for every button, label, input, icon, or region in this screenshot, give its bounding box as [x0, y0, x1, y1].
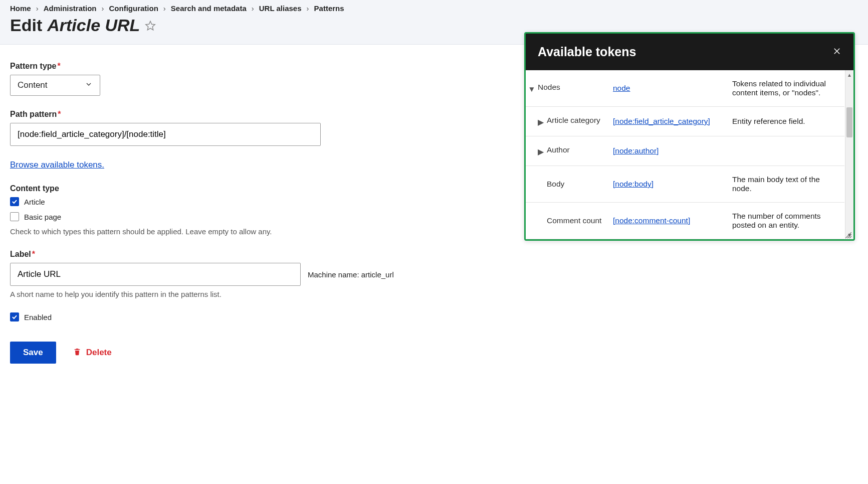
content-type-option-label: Basic page: [24, 213, 61, 221]
scrollbar[interactable]: ▲ ▼: [845, 70, 853, 239]
enabled-item: Enabled: [10, 312, 858, 321]
token-name: Article category: [547, 116, 600, 125]
scroll-up-icon[interactable]: ▲: [845, 70, 853, 79]
breadcrumb-link[interactable]: Home: [10, 4, 31, 13]
content-type-checkbox[interactable]: [10, 212, 19, 221]
machine-name-prefix: Machine name:: [308, 270, 359, 279]
pattern-type-select[interactable]: Content: [10, 75, 100, 96]
token-link[interactable]: [node:body]: [613, 180, 654, 188]
path-pattern-label-text: Path pattern: [10, 110, 57, 118]
dialog-title: Available tokens: [538, 45, 636, 59]
token-row: ▶Author[node:author]: [526, 136, 844, 166]
delete-button-label: Delete: [86, 348, 112, 358]
enabled-label: Enabled: [24, 313, 52, 321]
scrollbar-thumb[interactable]: [846, 107, 852, 137]
token-value-cell: [node:field_article_category]: [613, 117, 728, 126]
close-icon[interactable]: [832, 47, 841, 57]
required-marker: *: [58, 110, 61, 118]
dialog-header: Available tokens: [526, 34, 853, 70]
star-outline-icon[interactable]: [145, 20, 156, 31]
chevron-right-icon: ›: [252, 4, 254, 13]
token-name: Body: [547, 180, 564, 189]
token-value-cell: [node:body]: [613, 180, 728, 189]
chevron-right-icon: ›: [102, 4, 104, 13]
trash-icon: [73, 347, 81, 359]
page-title-prefix: Edit: [10, 16, 42, 35]
token-value-cell: node: [613, 84, 728, 93]
breadcrumb-link[interactable]: Patterns: [314, 4, 344, 13]
triangle-right-icon[interactable]: ▶: [538, 147, 544, 156]
page-title-name: Article URL: [47, 16, 140, 35]
token-link[interactable]: [node:author]: [613, 146, 659, 155]
token-row: ▶Article category[node:field_article_cat…: [526, 107, 844, 136]
chevron-right-icon: ›: [163, 4, 166, 13]
breadcrumb-link[interactable]: Configuration: [109, 4, 158, 13]
token-desc: Tokens related to individual content ite…: [732, 79, 839, 97]
breadcrumb-link[interactable]: Administration: [44, 4, 97, 13]
content-type-checkbox[interactable]: [10, 197, 19, 206]
delete-button[interactable]: Delete: [73, 347, 112, 359]
chevron-right-icon: ›: [36, 4, 39, 13]
token-name-cell: Comment count: [529, 216, 609, 225]
triangle-right-icon[interactable]: ▶: [538, 118, 544, 127]
label-item: Label* Machine name: article_url A short…: [10, 250, 858, 298]
chevron-right-icon: ›: [307, 4, 309, 13]
pattern-type-value: Content: [18, 80, 48, 90]
token-value-cell: [node:author]: [613, 146, 728, 155]
save-button[interactable]: Save: [10, 342, 56, 364]
tokens-dialog: Available tokens ▼NodesnodeTokens relate…: [524, 32, 855, 241]
content-type-option-label: Article: [24, 198, 45, 206]
breadcrumb-link[interactable]: URL aliases: [259, 4, 302, 13]
token-name: Author: [547, 145, 570, 154]
token-name-cell: ▶Author: [529, 145, 609, 156]
token-name: Nodes: [538, 83, 560, 92]
required-marker: *: [57, 62, 60, 70]
label-input[interactable]: [10, 263, 301, 286]
label-label: Label*: [10, 250, 858, 259]
chevron-down-icon: [85, 80, 93, 91]
label-desc: A short name to help you identify this p…: [10, 290, 858, 298]
path-pattern-input[interactable]: [10, 123, 321, 146]
token-name-cell: Body: [529, 180, 609, 189]
token-table: ▼NodesnodeTokens related to individual c…: [526, 70, 844, 239]
token-link[interactable]: [node:comment-count]: [613, 216, 690, 225]
dialog-body: ▼NodesnodeTokens related to individual c…: [526, 70, 853, 239]
machine-name-value: article_url: [361, 270, 394, 279]
browse-tokens-link[interactable]: Browse available tokens.: [10, 160, 104, 170]
token-row: Body[node:body]The main body text of the…: [526, 166, 844, 203]
form-actions: Save Delete: [10, 342, 858, 364]
token-link[interactable]: [node:field_article_category]: [613, 117, 710, 125]
token-name: Comment count: [547, 216, 601, 225]
token-desc: Entity reference field.: [732, 117, 839, 126]
content-region: Pattern type* Content Path pattern* Brow…: [0, 45, 868, 384]
token-name-cell: ▼Nodes: [529, 83, 609, 94]
triangle-down-icon[interactable]: ▼: [529, 85, 535, 94]
token-row: Comment count[node:comment-count]The num…: [526, 203, 844, 239]
breadcrumb: Home›Administration›Configuration›Search…: [10, 4, 858, 13]
breadcrumb-link[interactable]: Search and metadata: [171, 4, 247, 13]
token-link[interactable]: node: [613, 84, 630, 92]
token-desc: The number of comments posted on an enti…: [732, 212, 839, 230]
token-value-cell: [node:comment-count]: [613, 216, 728, 225]
token-row: ▼NodesnodeTokens related to individual c…: [526, 70, 844, 107]
token-desc: The main body text of the node.: [732, 175, 839, 193]
enabled-checkbox[interactable]: [10, 312, 19, 321]
label-label-text: Label: [10, 250, 31, 258]
required-marker: *: [32, 250, 35, 258]
machine-name: Machine name: article_url: [308, 270, 394, 279]
svg-marker-0: [146, 21, 155, 30]
pattern-type-label-text: Pattern type: [10, 62, 56, 70]
resize-handle-icon[interactable]: [845, 231, 852, 238]
token-name-cell: ▶Article category: [529, 116, 609, 127]
